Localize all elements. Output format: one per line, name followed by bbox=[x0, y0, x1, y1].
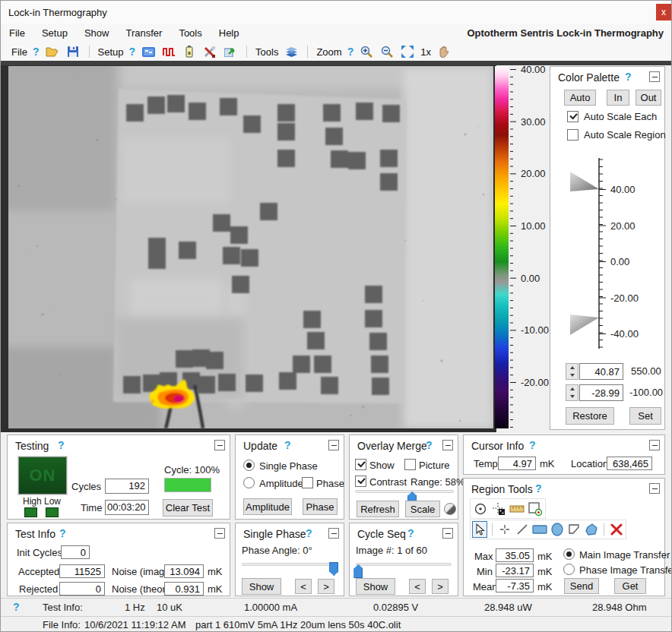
auto-button[interactable]: Auto bbox=[564, 90, 596, 106]
battery-icon[interactable] bbox=[182, 45, 197, 58]
rectangle-tool-icon[interactable] bbox=[531, 521, 548, 538]
sphere-icon bbox=[444, 503, 456, 518]
phase-angle-slider-handle[interactable] bbox=[329, 562, 338, 576]
menu-file[interactable]: File bbox=[1, 24, 33, 42]
waveform-icon[interactable] bbox=[161, 45, 176, 58]
get-button[interactable]: Get bbox=[614, 578, 646, 594]
move-region-icon[interactable] bbox=[490, 501, 507, 517]
palette-scale[interactable]: 40.0020.000.00-20.00-40.00 bbox=[550, 150, 666, 357]
help-icon[interactable]: ? bbox=[625, 71, 632, 83]
line-tool-icon[interactable] bbox=[515, 521, 530, 538]
scale-button[interactable]: Scale bbox=[405, 501, 440, 517]
help-icon[interactable]: ? bbox=[407, 527, 414, 539]
status-help-icon[interactable]: ? bbox=[13, 601, 20, 613]
minimize-icon[interactable] bbox=[214, 528, 225, 539]
phase-button[interactable]: Phase bbox=[303, 498, 338, 515]
image-number-slider-handle[interactable] bbox=[353, 564, 363, 578]
minimize-icon[interactable] bbox=[649, 71, 660, 82]
help-icon[interactable]: ? bbox=[426, 439, 433, 451]
polyline-region-icon[interactable] bbox=[566, 521, 582, 538]
phase-checkbox[interactable] bbox=[302, 477, 313, 488]
prev-button[interactable]: < bbox=[409, 579, 426, 594]
setup-help-icon[interactable]: ? bbox=[129, 46, 136, 58]
amplitude-button[interactable]: Amplitude bbox=[243, 498, 292, 515]
camera-settings-icon[interactable] bbox=[141, 45, 156, 58]
minimize-icon[interactable] bbox=[649, 483, 660, 494]
max-unit: mK bbox=[537, 551, 553, 562]
auto-scale-region-checkbox[interactable] bbox=[567, 129, 578, 141]
layers-icon[interactable] bbox=[284, 45, 299, 58]
menu-setup[interactable]: Setup bbox=[33, 24, 76, 42]
send-button[interactable]: Send bbox=[564, 578, 599, 594]
status-voltage: 0.02895 V bbox=[373, 602, 418, 613]
single-phase-radio[interactable] bbox=[243, 460, 255, 471]
auto-scale-each-checkbox[interactable] bbox=[567, 111, 578, 122]
help-icon[interactable]: ? bbox=[529, 439, 536, 451]
zoom-out-icon[interactable] bbox=[379, 45, 395, 58]
minimize-icon[interactable] bbox=[649, 440, 660, 450]
region-marker-icon[interactable] bbox=[527, 501, 544, 517]
export-image-icon[interactable] bbox=[223, 45, 238, 58]
lower-value-field[interactable]: -28.99 bbox=[579, 384, 623, 401]
image-number-slider[interactable] bbox=[356, 563, 452, 566]
open-file-icon[interactable] bbox=[45, 45, 60, 58]
single-phase-label: Single Phase bbox=[259, 460, 318, 472]
zoom-in-icon[interactable] bbox=[359, 45, 374, 58]
file-help-icon[interactable]: ? bbox=[33, 46, 40, 58]
cursor-target-icon[interactable] bbox=[472, 501, 489, 517]
menu-show[interactable]: Show bbox=[76, 24, 118, 42]
menu-transfer[interactable]: Transfer bbox=[117, 24, 170, 42]
minimize-icon[interactable] bbox=[328, 528, 339, 539]
refresh-button[interactable]: Refresh bbox=[357, 501, 399, 517]
main-image-transfer-radio[interactable] bbox=[563, 548, 575, 560]
set-button[interactable]: Set bbox=[629, 407, 661, 425]
help-icon[interactable]: ? bbox=[59, 527, 66, 539]
help-icon[interactable]: ? bbox=[306, 527, 312, 539]
next-button[interactable]: > bbox=[432, 579, 449, 594]
minimize-icon[interactable] bbox=[442, 440, 453, 450]
select-arrow-icon[interactable] bbox=[472, 521, 487, 538]
delete-region-icon[interactable] bbox=[609, 521, 624, 538]
status-noise: 10 uK bbox=[157, 602, 182, 613]
prev-button[interactable]: < bbox=[295, 579, 312, 594]
out-button[interactable]: Out bbox=[636, 90, 661, 106]
save-icon[interactable] bbox=[65, 45, 81, 58]
ruler-icon[interactable] bbox=[509, 501, 525, 517]
menu-help[interactable]: Help bbox=[211, 24, 248, 42]
close-icon[interactable]: x bbox=[656, 4, 671, 21]
clear-test-button[interactable]: Clear Test bbox=[163, 499, 213, 517]
minimize-icon[interactable] bbox=[442, 528, 453, 539]
range-slider[interactable] bbox=[355, 490, 454, 493]
zoom-help-icon[interactable]: ? bbox=[347, 46, 354, 58]
upper-value-field[interactable]: 40.87 bbox=[579, 363, 623, 380]
help-icon[interactable]: ? bbox=[58, 439, 65, 451]
upper-value-spinner[interactable] bbox=[566, 363, 578, 380]
phase-angle-slider[interactable] bbox=[242, 563, 338, 566]
minimize-icon[interactable] bbox=[214, 440, 225, 450]
phase-image-transfer-radio[interactable] bbox=[563, 564, 575, 575]
menu-tools[interactable]: Tools bbox=[170, 24, 210, 42]
picture-checkbox[interactable] bbox=[404, 459, 416, 470]
show-checkbox[interactable] bbox=[355, 459, 366, 470]
point-crosshair-icon[interactable] bbox=[497, 521, 512, 538]
minimize-icon[interactable] bbox=[328, 440, 339, 450]
ellipse-tool-icon[interactable] bbox=[550, 521, 565, 538]
help-icon[interactable]: ? bbox=[284, 439, 291, 451]
show-button[interactable]: Show bbox=[242, 578, 281, 595]
thermal-image[interactable] bbox=[8, 66, 493, 428]
contrast-checkbox[interactable] bbox=[355, 476, 366, 487]
restore-button[interactable]: Restore bbox=[566, 407, 614, 425]
test-on-button[interactable]: ON bbox=[18, 457, 67, 495]
next-button[interactable]: > bbox=[318, 579, 334, 594]
lower-value-spinner[interactable] bbox=[566, 384, 578, 401]
zoom-fit-icon[interactable] bbox=[400, 45, 415, 58]
panel-title: Single Phase bbox=[243, 528, 306, 540]
in-button[interactable]: In bbox=[607, 90, 629, 106]
show-button[interactable]: Show bbox=[356, 578, 395, 595]
tools-settings-icon[interactable] bbox=[202, 45, 217, 58]
pan-hand-icon[interactable] bbox=[436, 45, 452, 58]
polygon-tool-icon[interactable] bbox=[583, 521, 598, 538]
help-icon[interactable]: ? bbox=[535, 482, 542, 495]
amplitude-radio[interactable] bbox=[243, 477, 255, 488]
rejected-label: Rejected bbox=[19, 583, 58, 595]
